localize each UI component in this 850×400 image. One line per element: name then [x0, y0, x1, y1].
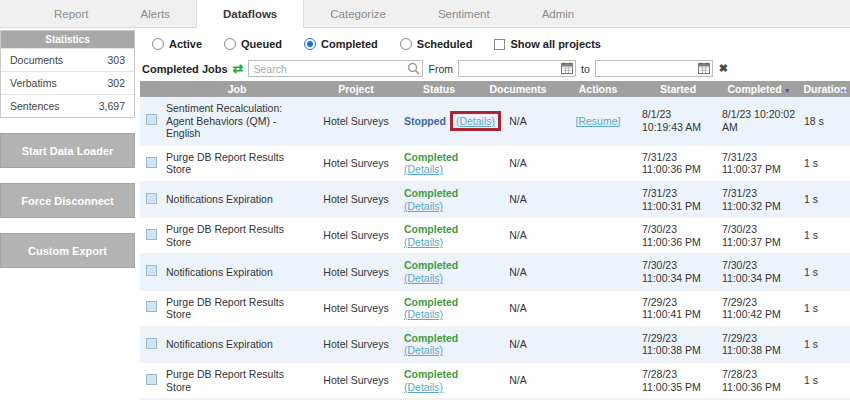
- actions-cell: [558, 326, 638, 362]
- show-all-projects-checkbox[interactable]: Show all projects: [494, 38, 600, 50]
- details-link[interactable]: (Details): [404, 344, 443, 356]
- details-link[interactable]: (Details): [404, 381, 443, 393]
- stat-label: Verbatims: [10, 77, 57, 89]
- header-documents[interactable]: Documents: [478, 81, 558, 97]
- completed-cell: 7/29/23 11:00:42 PM: [718, 290, 800, 326]
- search-icon[interactable]: [407, 62, 420, 75]
- completed-cell: 7/31/23 11:00:37 PM: [718, 145, 800, 181]
- completed-cell: 7/30/23 11:00:34 PM: [718, 254, 800, 290]
- row-checkbox[interactable]: [146, 301, 157, 312]
- details-link[interactable]: (Details): [404, 236, 443, 248]
- documents-cell: N/A: [478, 218, 558, 254]
- documents-cell: N/A: [478, 290, 558, 326]
- jobs-toolbar: Completed Jobs ⇄ From: [140, 58, 850, 81]
- statistics-title: Statistics: [1, 31, 134, 48]
- tab-categorize[interactable]: Categorize: [304, 0, 412, 27]
- actions-cell: [558, 362, 638, 398]
- job-name-cell: Purge DB Report Results Store: [162, 362, 312, 398]
- job-name-cell: Notifications Expiration: [162, 181, 312, 217]
- row-checkbox[interactable]: [146, 114, 157, 125]
- started-cell: 7/31/23 11:00:36 PM: [638, 145, 718, 181]
- radio-icon[interactable]: [224, 38, 236, 50]
- details-link[interactable]: (Details): [404, 308, 443, 320]
- job-filter-row: Active Queued Completed Scheduled Show a…: [140, 28, 850, 58]
- row-checkbox[interactable]: [146, 193, 157, 204]
- header-status[interactable]: Status: [400, 81, 478, 97]
- status-label: Completed: [404, 187, 458, 199]
- custom-export-button[interactable]: Custom Export: [0, 233, 135, 268]
- job-name-cell: Notifications Expiration: [162, 326, 312, 362]
- started-cell: 7/28/23 11:00:35 PM: [638, 362, 718, 398]
- tab-sentiment[interactable]: Sentiment: [412, 0, 516, 27]
- started-cell: 8/1/23 10:19:43 AM: [638, 97, 718, 145]
- details-link[interactable]: (Details): [404, 272, 443, 284]
- stat-row-verbatims: Verbatims 302: [1, 71, 134, 94]
- tab-report[interactable]: Report: [28, 0, 115, 27]
- tab-admin[interactable]: Admin: [516, 0, 601, 27]
- refresh-icon[interactable]: ⇄: [233, 62, 244, 75]
- completed-cell: 7/30/23 11:00:37 PM: [718, 218, 800, 254]
- duration-cell: 18 s: [800, 97, 850, 145]
- radio-scheduled[interactable]: Scheduled: [400, 38, 473, 50]
- row-checkbox[interactable]: [146, 157, 157, 168]
- stat-label: Documents: [10, 54, 63, 66]
- details-link[interactable]: (Details): [404, 200, 443, 212]
- header-completed[interactable]: Completed▼: [718, 81, 800, 97]
- header-duration[interactable]: Duration↔: [800, 81, 850, 97]
- header-actions[interactable]: Actions: [558, 81, 638, 97]
- table-header-row: Job Project Status Documents Actions Sta…: [140, 81, 850, 97]
- row-checkbox[interactable]: [146, 265, 157, 276]
- search-input[interactable]: [248, 60, 423, 77]
- row-checkbox[interactable]: [146, 374, 157, 385]
- completed-cell: 8/1/23 10:20:02 AM: [718, 97, 800, 145]
- to-date-input[interactable]: [595, 60, 713, 77]
- header-project[interactable]: Project: [312, 81, 400, 97]
- duration-cell: 1 s: [800, 145, 850, 181]
- header-started[interactable]: Started: [638, 81, 718, 97]
- clear-dates-icon[interactable]: ✖: [719, 62, 728, 75]
- status-label: Completed: [404, 151, 458, 163]
- from-date-input[interactable]: [458, 60, 576, 77]
- started-cell: 7/29/23 11:00:38 PM: [638, 326, 718, 362]
- top-tab-bar: Report Alerts Dataflows Categorize Senti…: [0, 0, 850, 28]
- radio-icon[interactable]: [400, 38, 412, 50]
- job-name-cell: Purge DB Report Results Store: [162, 290, 312, 326]
- row-checkbox[interactable]: [146, 229, 157, 240]
- actions-cell: [558, 254, 638, 290]
- calendar-icon[interactable]: [698, 62, 710, 74]
- tab-dataflows[interactable]: Dataflows: [196, 0, 304, 28]
- details-link[interactable]: (Details): [456, 115, 495, 127]
- status-label: Completed: [404, 332, 458, 344]
- radio-queued[interactable]: Queued: [224, 38, 282, 50]
- documents-cell: N/A: [478, 326, 558, 362]
- tab-alerts[interactable]: Alerts: [115, 0, 196, 27]
- details-link[interactable]: (Details): [404, 163, 443, 175]
- column-resize-icon[interactable]: ↔: [839, 83, 849, 94]
- header-job[interactable]: Job: [162, 81, 312, 97]
- stat-row-sentences: Sentences 3,697: [1, 94, 134, 117]
- job-name-cell: Sentiment Recalculation: Agent Behaviors…: [162, 97, 312, 145]
- resume-link[interactable]: [Resume]: [576, 115, 621, 127]
- completed-cell: 7/28/23 11:00:36 PM: [718, 362, 800, 398]
- status-label: Completed: [404, 223, 458, 235]
- sidebar: Statistics Documents 303 Verbatims 302 S…: [0, 30, 135, 268]
- completed-jobs-title: Completed Jobs: [142, 63, 228, 75]
- documents-cell: N/A: [478, 145, 558, 181]
- radio-completed[interactable]: Completed: [304, 38, 378, 50]
- radio-icon-selected[interactable]: [304, 38, 316, 50]
- to-label: to: [581, 63, 590, 75]
- calendar-icon[interactable]: [561, 62, 573, 74]
- start-data-loader-button[interactable]: Start Data Loader: [0, 133, 135, 168]
- table-row: Purge DB Report Results StoreHotel Surve…: [140, 290, 850, 326]
- row-checkbox[interactable]: [146, 338, 157, 349]
- radio-active[interactable]: Active: [152, 38, 202, 50]
- actions-cell: [558, 290, 638, 326]
- force-disconnect-button[interactable]: Force Disconnect: [0, 183, 135, 218]
- job-name-cell: Purge DB Report Results Store: [162, 145, 312, 181]
- radio-icon[interactable]: [152, 38, 164, 50]
- status-cell: Completed(Details): [400, 218, 478, 254]
- duration-cell: 1 s: [800, 362, 850, 398]
- checkbox-icon[interactable]: [494, 39, 505, 50]
- started-cell: 7/29/23 11:00:41 PM: [638, 290, 718, 326]
- status-label: Completed: [404, 296, 458, 308]
